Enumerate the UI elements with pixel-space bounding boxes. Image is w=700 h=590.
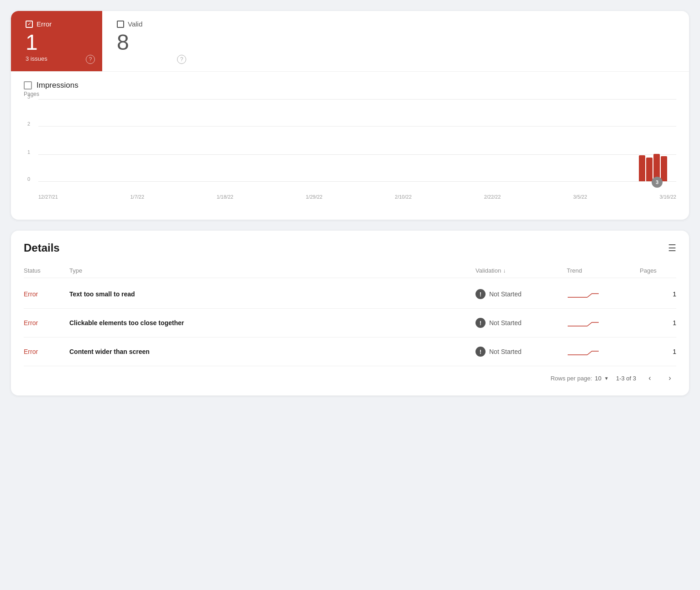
row2-type: Clickable elements too close together <box>69 319 475 327</box>
row2-validation: ! Not Started <box>475 318 567 328</box>
x-label-2: 1/18/22 <box>217 194 234 200</box>
trend-svg-3 <box>567 345 603 358</box>
rows-per-page-label: Rows per page: <box>550 375 592 382</box>
valid-card-header: Valid <box>117 20 179 28</box>
details-title: Details <box>24 242 60 254</box>
col-header-trend: Trend <box>567 267 640 274</box>
grid-line-2: 2 <box>38 126 676 126</box>
row3-pages: 1 <box>640 348 676 355</box>
x-label-4: 2/10/22 <box>395 194 412 200</box>
alert-icon-1: ! <box>475 289 486 299</box>
trend-svg-2 <box>567 316 603 330</box>
grid-line-0: 0 <box>38 181 676 182</box>
error-help-icon[interactable]: ? <box>86 55 95 64</box>
valid-checkbox-icon <box>117 21 124 28</box>
row3-type: Content wider than screen <box>69 348 475 355</box>
filter-icon[interactable]: ☰ <box>668 242 676 253</box>
grid-line-1: 1 <box>38 154 676 155</box>
table-row[interactable]: Error Text too small to read ! Not Start… <box>24 280 676 309</box>
y-label-1: 1 <box>27 149 30 155</box>
rows-dropdown-icon[interactable]: ▼ <box>604 376 609 381</box>
prev-page-button[interactable]: ‹ <box>643 372 656 385</box>
bar-1 <box>639 155 645 181</box>
valid-help-icon[interactable]: ? <box>177 55 186 64</box>
valid-label: Valid <box>128 20 142 28</box>
y-axis-label: Pages <box>24 91 39 97</box>
page-range: 1-3 of 3 <box>616 375 636 382</box>
bar-4 <box>661 156 667 181</box>
alert-icon-2: ! <box>475 318 486 328</box>
x-label-0: 12/27/21 <box>38 194 58 200</box>
status-row: Error 1 3 issues ? Valid 8 ? <box>11 11 689 72</box>
row2-status: Error <box>24 319 69 327</box>
x-label-7: 3/16/22 <box>659 194 676 200</box>
y-label-0: 0 <box>27 176 30 182</box>
row3-validation: ! Not Started <box>475 347 567 357</box>
table-header: Status Type Validation ↓ Trend Pages <box>24 263 676 278</box>
x-label-5: 2/22/22 <box>484 194 501 200</box>
col-header-pages: Pages <box>640 267 676 274</box>
col-header-validation: Validation ↓ <box>475 267 567 274</box>
valid-count: 8 <box>117 32 179 53</box>
chart-inner: 3 2 1 0 3 <box>38 99 676 181</box>
x-label-1: 1/7/22 <box>130 194 144 200</box>
row1-status: Error <box>24 290 69 298</box>
y-label-2: 2 <box>27 121 30 126</box>
alert-icon-3: ! <box>475 347 486 357</box>
row3-status: Error <box>24 348 69 355</box>
impressions-header: Impressions <box>24 81 676 90</box>
bar-bubble: 3 <box>652 177 663 188</box>
table-row[interactable]: Error Clickable elements too close toget… <box>24 309 676 337</box>
main-card: Error 1 3 issues ? Valid 8 ? Impressions… <box>11 11 689 220</box>
details-header: Details ☰ <box>24 242 676 254</box>
details-card: Details ☰ Status Type Validation ↓ Trend… <box>11 231 689 395</box>
col-header-status: Status <box>24 267 69 274</box>
pagination-row: Rows per page: 10 ▼ 1-3 of 3 ‹ › <box>24 366 676 385</box>
rows-per-page: Rows per page: 10 ▼ <box>550 375 608 382</box>
impressions-section: Impressions Pages 3 2 1 0 <box>11 72 689 209</box>
rows-per-page-value: 10 <box>595 375 601 382</box>
trend-svg-1 <box>567 287 603 301</box>
error-card-header: Error <box>26 20 88 28</box>
chart-area: Pages 3 2 1 0 <box>24 99 676 200</box>
next-page-button[interactable]: › <box>663 372 676 385</box>
grid-line-3: 3 <box>38 99 676 100</box>
row1-type: Text too small to read <box>69 290 475 298</box>
x-axis: 12/27/21 1/7/22 1/18/22 1/29/22 2/10/22 … <box>38 194 676 200</box>
impressions-title: Impressions <box>37 81 78 90</box>
row1-validation: ! Not Started <box>475 289 567 299</box>
x-label-3: 1/29/22 <box>306 194 323 200</box>
bar-2 <box>646 158 653 181</box>
error-issues: 3 issues <box>26 55 88 62</box>
error-label: Error <box>37 20 52 28</box>
row1-validation-status: Not Started <box>489 290 522 298</box>
error-checkbox-icon <box>26 21 33 28</box>
sort-arrow-icon: ↓ <box>503 268 506 274</box>
row2-pages: 1 <box>640 319 676 327</box>
row2-trend <box>567 316 640 330</box>
row3-trend <box>567 345 640 358</box>
col-header-type: Type <box>69 267 475 274</box>
table-row[interactable]: Error Content wider than screen ! Not St… <box>24 337 676 366</box>
error-status-card[interactable]: Error 1 3 issues ? <box>11 11 102 71</box>
valid-status-card[interactable]: Valid 8 ? <box>102 11 193 71</box>
impressions-checkbox-icon <box>24 81 32 90</box>
row1-trend <box>567 287 640 301</box>
row2-validation-status: Not Started <box>489 319 522 327</box>
row3-validation-status: Not Started <box>489 348 522 355</box>
row1-pages: 1 <box>640 290 676 298</box>
bar-group: 3 <box>639 154 667 181</box>
error-count: 1 <box>26 32 88 53</box>
x-label-6: 3/5/22 <box>573 194 587 200</box>
y-label-3: 3 <box>27 94 30 100</box>
